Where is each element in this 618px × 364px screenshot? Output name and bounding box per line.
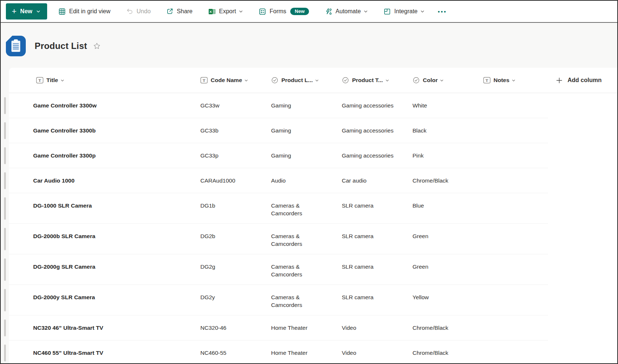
table-row[interactable]: NC460 55” Ultra-Smart TV NC460-55 Home T… — [9, 340, 617, 363]
cell-code-name[interactable]: GC33p — [200, 143, 271, 168]
cell-product-type[interactable]: SLR camera — [342, 254, 412, 285]
cell-title[interactable]: Game Controller 3300w — [33, 93, 200, 118]
cell-color[interactable]: Chrome/Black — [412, 168, 483, 193]
cell-code-name[interactable]: DG2y — [200, 285, 271, 315]
add-column-button[interactable]: Add column — [548, 77, 617, 84]
selection-gutter — [9, 340, 33, 363]
cell-product-line[interactable]: Gaming — [271, 143, 342, 168]
cell-title[interactable]: NC460 55” Ultra-Smart TV — [33, 340, 200, 363]
table-row[interactable]: Game Controller 3300p GC33p Gaming Gamin… — [9, 143, 617, 168]
cell-product-type[interactable]: Gaming accessories — [342, 143, 412, 168]
cell-product-type[interactable]: SLR camera — [342, 193, 412, 224]
cell-notes[interactable] — [483, 193, 548, 224]
cell-notes[interactable] — [483, 143, 548, 168]
cell-product-type[interactable]: SLR camera — [342, 224, 412, 254]
cell-title[interactable]: DG-1000 SLR Camera — [33, 193, 200, 224]
cell-title[interactable]: DG-2000b SLR Camera — [33, 224, 200, 254]
cell-code-name[interactable]: DG2g — [200, 254, 271, 285]
edit-in-grid-view-button[interactable]: Edit in grid view — [58, 3, 110, 20]
cell-product-line[interactable]: Cameras & Camcorders — [271, 193, 342, 224]
cell-title[interactable]: NC320 46” Ultra-Smart TV — [33, 315, 200, 340]
cell-color[interactable]: Green — [412, 254, 483, 285]
cell-product-line[interactable]: Audio — [271, 168, 342, 193]
column-header-notes[interactable]: T Notes — [483, 77, 516, 84]
cell-product-line[interactable]: Gaming — [271, 93, 342, 118]
cell-color[interactable]: Yellow — [412, 285, 483, 315]
chevron-down-icon — [440, 78, 444, 82]
integrate-button[interactable]: Integrate — [383, 3, 425, 20]
table-row[interactable]: DG-2000g SLR Camera DG2g Cameras & Camco… — [9, 254, 617, 285]
cell-product-line[interactable]: Cameras & Camcorders — [271, 254, 342, 285]
table-row[interactable]: Car Audio 1000 CARAud1000 Audio Car audi… — [9, 168, 617, 193]
cell-code-name[interactable]: NC460-55 — [200, 340, 271, 363]
column-header-product-line[interactable]: Product L... — [271, 77, 319, 84]
column-header-title[interactable]: T Title — [33, 77, 64, 84]
cell-title[interactable]: DG-2000y SLR Camera — [33, 285, 200, 315]
cell-product-type[interactable]: Car audio — [342, 168, 412, 193]
column-header-code-name[interactable]: T Code Name — [200, 77, 248, 84]
row-drag-handle — [4, 197, 6, 220]
chevron-down-icon — [244, 78, 248, 82]
cell-notes[interactable] — [483, 168, 548, 193]
column-header-product-type[interactable]: Product T... — [342, 77, 389, 84]
row-drag-handle — [4, 122, 6, 139]
cell-notes[interactable] — [483, 254, 548, 285]
cell-code-name[interactable]: NC320-46 — [200, 315, 271, 340]
cell-product-line[interactable]: Home Theater — [271, 315, 342, 340]
cell-color[interactable]: Chrome/Black — [412, 340, 483, 363]
cell-title[interactable]: Game Controller 3300b — [33, 118, 200, 143]
table-row[interactable]: NC320 46” Ultra-Smart TV NC320-46 Home T… — [9, 315, 617, 340]
cell-color[interactable]: Blue — [412, 193, 483, 224]
cell-notes[interactable] — [483, 93, 548, 118]
cell-product-type[interactable]: Gaming accessories — [342, 118, 412, 143]
chevron-down-icon — [36, 9, 41, 14]
cell-color[interactable]: Green — [412, 224, 483, 254]
cell-title[interactable]: DG-2000g SLR Camera — [33, 254, 200, 285]
cell-notes[interactable] — [483, 340, 548, 363]
cell-product-line[interactable]: Cameras & Camcorders — [271, 285, 342, 315]
cell-notes[interactable] — [483, 285, 548, 315]
cell-code-name[interactable]: DG2b — [200, 224, 271, 254]
selection-gutter — [9, 315, 33, 340]
text-column-icon: T — [200, 77, 208, 84]
cell-product-type[interactable]: Gaming accessories — [342, 93, 412, 118]
cell-product-line[interactable]: Cameras & Camcorders — [271, 224, 342, 254]
share-button[interactable]: Share — [166, 3, 193, 20]
more-commands-button[interactable]: ••• — [438, 3, 447, 20]
automate-label: Automate — [336, 8, 361, 15]
cell-product-type[interactable]: Video — [342, 340, 412, 363]
undo-label: Undo — [137, 8, 151, 15]
cell-code-name[interactable]: GC33w — [200, 93, 271, 118]
new-button[interactable]: + New — [6, 3, 47, 20]
column-header-color[interactable]: Color — [412, 77, 444, 84]
forms-button[interactable]: Forms New — [259, 3, 309, 20]
export-button[interactable]: X Export — [208, 3, 243, 20]
undo-button[interactable]: Undo — [126, 3, 151, 20]
table-row[interactable]: DG-1000 SLR Camera DG1b Cameras & Camcor… — [9, 193, 617, 224]
cell-code-name[interactable]: DG1b — [200, 193, 271, 224]
table-row[interactable]: Game Controller 3300b GC33b Gaming Gamin… — [9, 118, 617, 143]
cell-color[interactable]: White — [412, 93, 483, 118]
cell-product-type[interactable]: Video — [342, 315, 412, 340]
cell-code-name[interactable]: GC33b — [200, 118, 271, 143]
table-row[interactable]: DG-2000y SLR Camera DG2y Cameras & Camco… — [9, 285, 617, 315]
table-row[interactable]: Game Controller 3300w GC33w Gaming Gamin… — [9, 93, 617, 118]
automate-button[interactable]: Automate — [324, 3, 368, 20]
cell-title[interactable]: Game Controller 3300p — [33, 143, 200, 168]
cell-product-line[interactable]: Gaming — [271, 118, 342, 143]
cell-color[interactable]: Chrome/Black — [412, 315, 483, 340]
export-label: Export — [219, 8, 236, 15]
cell-notes[interactable] — [483, 315, 548, 340]
cell-color[interactable]: Pink — [412, 143, 483, 168]
column-header-label: Product L... — [281, 77, 313, 84]
column-header-label: Code Name — [211, 77, 242, 84]
cell-code-name[interactable]: CARAud1000 — [200, 168, 271, 193]
cell-title[interactable]: Car Audio 1000 — [33, 168, 200, 193]
favorite-star-icon[interactable] — [92, 41, 102, 51]
table-row[interactable]: DG-2000b SLR Camera DG2b Cameras & Camco… — [9, 224, 617, 254]
cell-product-line[interactable]: Home Theater — [271, 340, 342, 363]
cell-product-type[interactable]: SLR camera — [342, 285, 412, 315]
cell-notes[interactable] — [483, 118, 548, 143]
cell-color[interactable]: Black — [412, 118, 483, 143]
cell-notes[interactable] — [483, 224, 548, 254]
